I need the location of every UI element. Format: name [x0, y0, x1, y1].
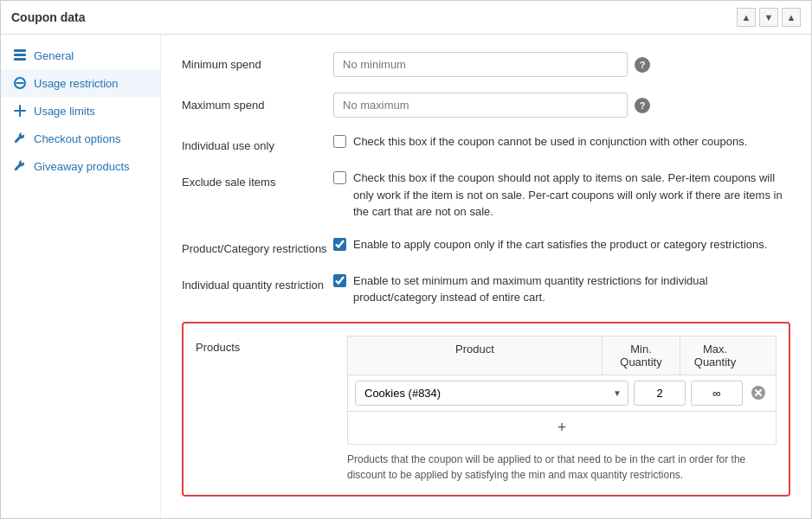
maximum-spend-row: Maximum spend ? — [182, 93, 790, 118]
maximum-spend-input[interactable] — [333, 93, 628, 118]
wrench-icon-checkout — [13, 131, 27, 145]
maximum-spend-field: ? — [333, 93, 790, 118]
minimum-spend-row: Minimum spend ? — [182, 52, 790, 77]
minimum-spend-help-icon[interactable]: ? — [635, 57, 650, 73]
expand-button[interactable]: ▼ — [759, 8, 778, 27]
sidebar-label-checkout-options: Checkout options — [34, 132, 120, 145]
sidebar-item-usage-limits[interactable]: Usage limits — [1, 97, 160, 125]
maximum-spend-help-icon[interactable]: ? — [635, 98, 650, 113]
product-category-checkbox-row: Enable to apply coupon only if the cart … — [333, 236, 767, 253]
title-bar-controls: ▲ ▼ ▲ — [737, 8, 801, 27]
sidebar-item-giveaway-products[interactable]: Giveaway products — [1, 152, 160, 180]
plus-icon — [13, 104, 27, 118]
window-title: Coupon data — [11, 10, 86, 24]
exclude-sale-row: Exclude sale items Check this box if the… — [182, 170, 790, 221]
remove-row-button[interactable] — [748, 382, 769, 403]
th-product: Product — [348, 336, 603, 375]
individual-qty-checkbox[interactable] — [333, 274, 346, 287]
sidebar-label-giveaway-products: Giveaway products — [34, 160, 130, 173]
individual-use-label: Individual use only — [182, 133, 333, 154]
svg-rect-0 — [14, 49, 26, 52]
collapse-button[interactable]: ▲ — [737, 8, 756, 27]
sidebar-label-general: General — [34, 49, 74, 62]
exclude-sale-description: Check this box if the coupon should not … — [353, 170, 790, 221]
sidebar-item-checkout-options[interactable]: Checkout options — [1, 125, 160, 152]
exclude-sale-field: Check this box if the coupon should not … — [333, 170, 790, 221]
svg-rect-2 — [14, 58, 26, 61]
table-header: Product Min. Quantity Max. Quantity — [347, 336, 777, 375]
min-qty-input[interactable] — [634, 381, 686, 406]
th-min-qty: Min. Quantity — [603, 336, 680, 375]
sidebar-item-usage-restriction[interactable]: Usage restriction — [1, 69, 160, 97]
title-bar: Coupon data ▲ ▼ ▲ — [1, 1, 811, 35]
product-category-field: Enable to apply coupon only if the cart … — [333, 236, 790, 253]
product-category-label: Product/Category restrictions — [182, 236, 333, 257]
product-select[interactable]: Cookies (#834) — [355, 381, 628, 406]
individual-qty-description: Enable to set minimum and maximum quanti… — [353, 272, 790, 306]
coupon-data-window: Coupon data ▲ ▼ ▲ General — [0, 0, 812, 519]
individual-qty-row: Individual quantity restriction Enable t… — [182, 272, 790, 306]
individual-use-row: Individual use only Check this box if th… — [182, 133, 790, 154]
fullscreen-button[interactable]: ▲ — [782, 8, 801, 27]
individual-use-checkbox-row: Check this box if the coupon cannot be u… — [333, 133, 747, 151]
individual-qty-checkbox-row: Enable to set minimum and maximum quanti… — [333, 272, 790, 306]
products-row: Products Product Min. Quantity Max. Quan… — [196, 336, 777, 483]
maximum-spend-label: Maximum spend — [182, 93, 333, 113]
products-section: Products Product Min. Quantity Max. Quan… — [182, 322, 790, 497]
minimum-spend-field: ? — [333, 52, 790, 77]
products-note: Products that the coupon will be applied… — [347, 452, 777, 483]
sidebar-label-usage-restriction: Usage restriction — [34, 77, 119, 90]
individual-use-field: Check this box if the coupon cannot be u… — [333, 133, 790, 151]
individual-use-checkbox[interactable] — [333, 135, 346, 148]
add-row: + — [347, 411, 777, 445]
exclude-sale-checkbox-row: Check this box if the coupon should not … — [333, 170, 790, 221]
sidebar: General Usage restriction — [1, 35, 161, 518]
minimum-spend-label: Minimum spend — [182, 52, 333, 73]
product-category-description: Enable to apply coupon only if the cart … — [353, 236, 767, 253]
ban-icon — [13, 76, 27, 90]
products-label: Products — [196, 336, 347, 354]
sidebar-label-usage-limits: Usage limits — [34, 105, 95, 118]
product-category-checkbox[interactable] — [333, 238, 346, 251]
exclude-sale-label: Exclude sale items — [182, 170, 333, 190]
exclude-sale-checkbox[interactable] — [333, 171, 346, 184]
wrench-icon-giveaway — [13, 159, 27, 173]
svg-rect-1 — [14, 54, 26, 56]
product-select-wrapper: Cookies (#834) ▼ — [355, 381, 628, 406]
main-content: Minimum spend ? Maximum spend ? Individu… — [161, 35, 811, 518]
individual-use-description: Check this box if the coupon cannot be u… — [353, 133, 747, 151]
individual-qty-label: Individual quantity restriction — [182, 272, 333, 293]
max-qty-input[interactable] — [691, 381, 743, 406]
add-product-button[interactable]: + — [355, 419, 769, 437]
table-row: Cookies (#834) ▼ — [347, 375, 777, 411]
circle-x-icon — [751, 385, 766, 400]
product-category-row: Product/Category restrictions Enable to … — [182, 236, 790, 257]
svg-rect-6 — [14, 110, 26, 112]
individual-qty-field: Enable to set minimum and maximum quanti… — [333, 272, 790, 306]
minimum-spend-input[interactable] — [333, 52, 628, 77]
sidebar-item-general[interactable]: General — [1, 42, 160, 69]
content-area: General Usage restriction — [1, 35, 811, 518]
products-table: Product Min. Quantity Max. Quantity Cook… — [347, 336, 777, 483]
list-icon — [13, 48, 27, 62]
th-max-qty: Max. Quantity — [680, 336, 750, 375]
